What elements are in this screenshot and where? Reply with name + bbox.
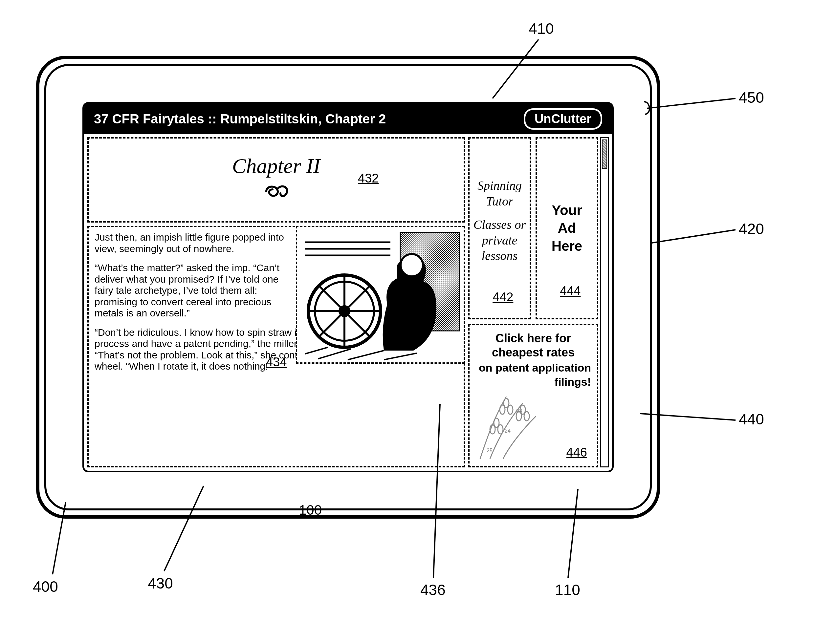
callout-lead-lines [0, 0, 814, 644]
svg-line-37 [164, 486, 204, 571]
svg-line-39 [568, 489, 578, 578]
svg-line-35 [640, 414, 736, 420]
svg-line-34 [652, 230, 736, 243]
svg-line-36 [52, 502, 66, 574]
svg-line-38 [433, 404, 440, 578]
svg-line-33 [493, 39, 539, 98]
